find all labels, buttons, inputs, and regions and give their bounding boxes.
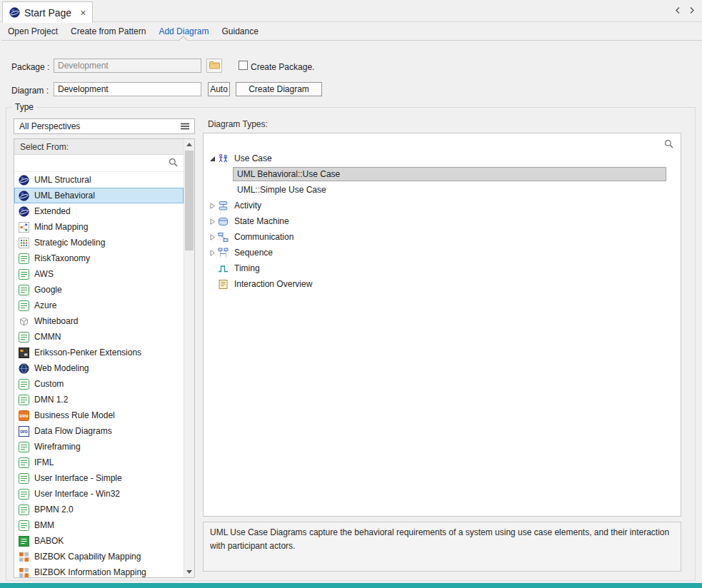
create-package-checkbox[interactable] xyxy=(239,61,248,70)
perspective-item[interactable]: DMN 1.2 xyxy=(14,392,184,407)
search-icon xyxy=(169,157,178,170)
tab-start-page[interactable]: Start Page × xyxy=(2,1,93,23)
tab-bar: Start Page × xyxy=(0,0,702,22)
tree-item[interactable]: Sequence xyxy=(206,245,678,260)
perspective-label: Web Modeling xyxy=(34,363,89,373)
nav-guidance[interactable]: Guidance xyxy=(217,23,262,40)
nav-add-diagram[interactable]: Add Diagram xyxy=(154,23,213,40)
perspective-item[interactable]: DFDData Flow Diagrams xyxy=(14,423,184,439)
perspective-label: BPMN 2.0 xyxy=(34,505,74,514)
page-nav: Open ProjectCreate from PatternAdd Diagr… xyxy=(1,23,702,41)
perspective-label: Whiteboard xyxy=(34,316,78,326)
browse-package-button[interactable] xyxy=(206,59,222,73)
expand-arrow-icon[interactable] xyxy=(206,203,218,209)
perspective-item[interactable]: Eriksson-Penker Extensions xyxy=(14,345,184,360)
tree-item[interactable]: UML Behavioral::Use Case xyxy=(206,166,678,182)
perspective-item[interactable]: BMM xyxy=(14,517,184,533)
green-doc-icon xyxy=(19,253,30,264)
tree-item[interactable]: Timing xyxy=(206,260,678,276)
tree-item[interactable]: State Machine xyxy=(206,213,678,229)
perspective-search[interactable] xyxy=(14,155,184,172)
tree-item[interactable]: Use Case xyxy=(206,151,678,166)
green-doc-icon xyxy=(19,457,30,468)
perspective-label: Custom xyxy=(34,379,64,389)
expand-arrow-icon[interactable] xyxy=(206,234,218,240)
create-diagram-button[interactable]: Create Diagram xyxy=(236,82,322,96)
perspective-item[interactable]: BIZBOK Capability Mapping xyxy=(14,549,184,564)
diagram-label: Diagram : xyxy=(11,86,49,96)
usecase-icon xyxy=(218,153,229,164)
collapse-arrow-icon[interactable] xyxy=(206,156,218,162)
perspective-item[interactable]: Extended xyxy=(14,203,184,219)
perspective-item[interactable]: BPMN 2.0 xyxy=(14,502,184,517)
perspective-item[interactable]: Wireframing xyxy=(14,439,184,455)
perspective-item[interactable]: UML Behavioral xyxy=(14,188,184,203)
expand-arrow-icon[interactable] xyxy=(206,218,218,225)
perspective-item[interactable]: AWS xyxy=(14,266,184,282)
diagram-types-label: Diagram Types: xyxy=(208,119,268,129)
perspective-item[interactable]: CMMN xyxy=(14,329,184,345)
perspective-item[interactable]: Strategic Modeling xyxy=(14,235,184,250)
tree-item[interactable]: Interaction Overview xyxy=(206,276,678,292)
perspective-item[interactable]: UML Structural xyxy=(14,172,184,188)
perspective-label: BABOK xyxy=(34,536,64,546)
nav-create-from-pattern[interactable]: Create from Pattern xyxy=(66,23,150,40)
mind-mapping-icon xyxy=(19,222,30,233)
ea-sphere-icon xyxy=(19,175,30,186)
perspective-item[interactable]: User Interface - Win32 xyxy=(14,486,184,502)
perspective-label: BIZBOK Capability Mapping xyxy=(34,552,141,562)
diagram-name-input[interactable] xyxy=(54,82,201,96)
perspective-item[interactable]: RiskTaxonomy xyxy=(14,250,184,266)
business-rule-icon: BRM xyxy=(19,410,30,421)
tree-item[interactable]: Communication xyxy=(206,229,678,245)
state-icon xyxy=(218,216,229,227)
search-icon[interactable] xyxy=(664,138,673,151)
package-input[interactable] xyxy=(54,59,201,73)
tab-scroll-right-icon[interactable] xyxy=(689,6,695,14)
auto-button[interactable]: Auto xyxy=(208,82,230,96)
strategic-modeling-icon xyxy=(19,238,30,248)
expand-arrow-icon[interactable] xyxy=(206,250,218,256)
perspective-item[interactable]: Mind Mapping xyxy=(14,219,184,235)
diagram-types-panel: Use CaseUML Behavioral::Use CaseUML::Sim… xyxy=(203,133,681,517)
perspective-item[interactable]: Whiteboard xyxy=(14,313,184,329)
scroll-down-button[interactable] xyxy=(184,567,194,577)
perspective-label: Eriksson-Penker Extensions xyxy=(34,348,141,358)
perspective-item[interactable]: BABOK xyxy=(14,533,184,549)
green-doc-icon xyxy=(19,505,30,515)
green-doc-icon xyxy=(19,473,30,484)
ea-logo-icon xyxy=(9,7,20,18)
tab-close-icon[interactable]: × xyxy=(80,7,86,19)
perspective-label: Extended xyxy=(34,206,71,216)
tab-scroll-left-icon[interactable] xyxy=(675,6,681,14)
perspective-dropdown[interactable]: All Perspectives xyxy=(14,118,195,134)
perspective-label: IFML xyxy=(34,457,54,467)
perspective-label: Strategic Modeling xyxy=(34,238,105,248)
scroll-up-button[interactable] xyxy=(184,139,194,150)
perspective-item[interactable]: Custom xyxy=(14,376,184,392)
perspective-item[interactable]: Azure xyxy=(14,298,184,313)
perspective-label: Azure xyxy=(34,300,56,310)
perspective-label: Wireframing xyxy=(34,442,81,452)
triangle-down-icon xyxy=(186,570,192,574)
perspective-item[interactable]: User Interface - Simple xyxy=(14,470,184,486)
bizbok-icon xyxy=(19,567,30,578)
tab-title: Start Page xyxy=(24,7,71,19)
perspective-scrollbar[interactable] xyxy=(184,139,194,577)
menu-icon[interactable] xyxy=(181,123,189,130)
folder-icon xyxy=(209,59,220,72)
green-doc-icon xyxy=(19,332,30,343)
perspective-item[interactable]: Web Modeling xyxy=(14,360,184,376)
nav-open-project[interactable]: Open Project xyxy=(4,23,62,40)
perspective-item[interactable]: IFML xyxy=(14,455,184,470)
scroll-thumb[interactable] xyxy=(185,151,194,250)
perspective-label: Data Flow Diagrams xyxy=(34,426,112,436)
green-doc-icon xyxy=(19,520,30,531)
tree-item[interactable]: Activity xyxy=(206,198,678,213)
perspective-item[interactable]: BRMBusiness Rule Model xyxy=(14,407,184,423)
tree-item[interactable]: UML::Simple Use Case xyxy=(206,182,678,198)
diagram-types-tree: Use CaseUML Behavioral::Use CaseUML::Sim… xyxy=(206,151,678,292)
perspective-item[interactable]: Google xyxy=(14,282,184,298)
perspective-label: BIZBOK Information Mapping xyxy=(34,567,146,577)
perspective-item[interactable]: BIZBOK Information Mapping xyxy=(14,564,184,577)
